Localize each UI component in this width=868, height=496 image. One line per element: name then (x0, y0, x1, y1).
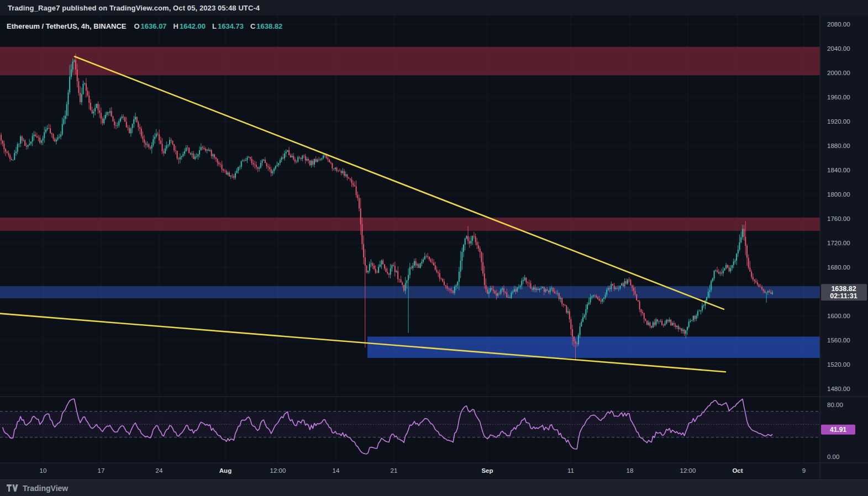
time-tick-label-24: 24 (156, 467, 163, 474)
chart-area: 2080.002040.002000.001960.001920.001880.… (0, 15, 868, 479)
time-tick-label-14: 14 (333, 467, 340, 474)
price-tick-label: 1840.00 (827, 167, 850, 173)
footer-brand[interactable]: TradingView (23, 484, 68, 493)
price-tick-label: 1880.00 (827, 143, 850, 149)
time-tick-label-oct: Oct (732, 467, 743, 474)
time-tick-label-aug: Aug (219, 467, 232, 474)
price-tick-label: 2080.00 (827, 21, 850, 28)
price-tick-label: 1960.00 (827, 94, 850, 101)
bar-countdown: 02:11:31 (830, 292, 857, 300)
high-value: H1642.00 (173, 22, 206, 30)
price-tick-label: 1920.00 (827, 118, 850, 125)
price-tick-label: 1800.00 (827, 191, 850, 198)
rsi-tick-label: 80.00 (827, 402, 843, 408)
price-tick-label: 1760.00 (827, 215, 850, 222)
rsi-tick-label: 0.00 (827, 453, 839, 460)
time-tick-label-21: 21 (391, 467, 398, 474)
price-tick-label: 2000.00 (827, 70, 850, 76)
time-tick-label-11: 11 (567, 467, 574, 474)
time-tick-label-18: 18 (627, 467, 634, 474)
tradingview-chart-page: Trading_Rage7 published on TradingView.c… (0, 0, 868, 496)
attribution-bar: Trading_Rage7 published on TradingView.c… (0, 0, 868, 15)
price-tick-label: 1520.00 (827, 361, 850, 368)
price-chart-canvas[interactable]: 2080.002040.002000.001960.001920.001880.… (0, 15, 868, 479)
symbol-title[interactable]: Ethereum / TetherUS, 4h, BINANCE (7, 22, 126, 30)
tradingview-logo[interactable] (7, 484, 18, 492)
price-axis-strip[interactable] (820, 15, 868, 479)
resistance-zone-mid[interactable] (0, 218, 820, 231)
price-tick-label: 1480.00 (827, 386, 850, 392)
rsi-value: 41.91 (830, 426, 846, 434)
support-zone-lower[interactable] (367, 336, 820, 358)
price-tick-label: 1600.00 (827, 313, 850, 319)
time-tick-label-sep: Sep (481, 467, 493, 474)
last-price-value: 1638.82 (831, 285, 856, 293)
price-tick-label: 1560.00 (827, 337, 850, 344)
time-tick-label-9: 9 (802, 467, 806, 474)
low-value: L1634.73 (212, 22, 244, 30)
price-tick-label: 2040.00 (827, 45, 850, 52)
support-zone-current[interactable] (0, 286, 820, 298)
price-tick-label: 1720.00 (827, 240, 850, 246)
ohlc-readout: O1636.07 H1642.00 L1634.73 C1638.82 (134, 22, 282, 30)
time-tick-label-12:00: 12:00 (270, 467, 286, 474)
open-value: O1636.07 (134, 22, 166, 30)
time-tick-label-17: 17 (98, 467, 105, 474)
price-tick-label: 1680.00 (827, 264, 850, 271)
resistance-zone-upper[interactable] (0, 47, 820, 76)
attribution-text: Trading_Rage7 published on TradingView.c… (8, 4, 260, 12)
symbol-bar: Ethereum / TetherUS, 4h, BINANCE O1636.0… (7, 22, 282, 30)
close-value: C1638.82 (250, 22, 282, 30)
time-tick-label-12:00: 12:00 (680, 467, 696, 474)
time-tick-label-10: 10 (40, 467, 47, 474)
footer-bar: TradingView (0, 479, 868, 496)
